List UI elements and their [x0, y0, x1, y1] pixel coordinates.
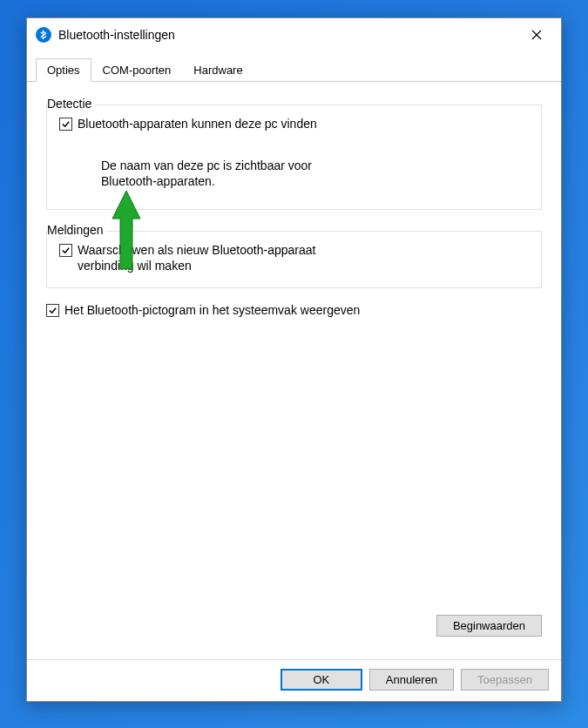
tab-options[interactable]: Opties [36, 58, 91, 82]
tab-com-ports[interactable]: COM-poorten [91, 58, 183, 82]
warn-new-device-checkbox[interactable] [59, 244, 72, 257]
tab-hardware[interactable]: Hardware [182, 58, 253, 82]
dialog-button-bar: OK Annuleren Toepassen [27, 659, 561, 701]
cancel-button[interactable]: Annuleren [369, 669, 454, 691]
apply-button[interactable]: Toepassen [461, 669, 549, 691]
ok-button[interactable]: OK [280, 669, 362, 691]
titlebar: Bluetooth-instellingen [27, 18, 561, 50]
systray-icon-checkbox[interactable] [46, 304, 59, 317]
notifications-legend: Meldingen [47, 223, 107, 237]
detection-group: Detectie Bluetooth-apparaten kunnen deze… [46, 104, 542, 210]
detection-description: De naam van deze pc is zichtbaar voor Bl… [101, 158, 345, 189]
notifications-group: Meldingen Waarschuwen als nieuw Bluetoot… [46, 231, 542, 288]
discoverable-label: Bluetooth-apparaten kunnen deze pc vinde… [78, 116, 317, 131]
discoverable-checkbox[interactable] [59, 118, 72, 131]
systray-icon-label: Het Bluetooth-pictogram in het systeemva… [64, 302, 360, 318]
bluetooth-icon [36, 27, 51, 43]
bluetooth-settings-window: Bluetooth-instellingen Opties COM-poorte… [26, 17, 562, 702]
reset-button[interactable]: Beginwaarden [436, 615, 542, 637]
window-title: Bluetooth-instellingen [58, 28, 519, 42]
close-button[interactable] [519, 22, 554, 48]
tab-strip: Opties COM-poorten Hardware [27, 50, 561, 82]
detection-legend: Detectie [47, 97, 95, 111]
warn-new-device-label: Waarschuwen als nieuw Bluetooth-apparaat… [78, 242, 356, 273]
options-panel: Detectie Bluetooth-apparaten kunnen deze… [27, 82, 561, 659]
